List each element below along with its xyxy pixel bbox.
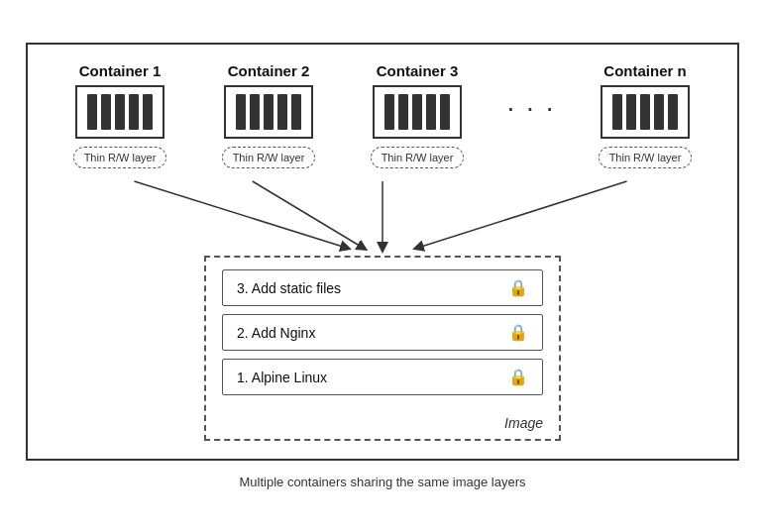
container-n-box — [601, 85, 690, 139]
container-col-1: Container 1 Thin R/W layer — [55, 62, 184, 168]
diagram-wrapper: Container 1 Thin R/W layer Container 2 — [26, 43, 739, 489]
rw-layer-n: Thin R/W layer — [599, 147, 693, 168]
stripe — [115, 94, 125, 130]
stripe — [426, 94, 436, 130]
layer-row-2: 2. Add Nginx 🔒 — [222, 314, 543, 351]
stripe — [440, 94, 450, 130]
stripe — [264, 94, 273, 130]
stripe — [291, 94, 301, 130]
lock-icon-3: 🔒 — [508, 278, 528, 297]
image-dashed-box: 3. Add static files 🔒 2. Add Nginx 🔒 1. … — [204, 256, 561, 441]
container-2-label: Container 2 — [228, 62, 310, 79]
stripe — [612, 94, 622, 130]
stripe — [668, 94, 678, 130]
stripe — [398, 94, 408, 130]
container-3-label: Container 3 — [377, 62, 459, 79]
container-col-3: Container 3 Thin R/W layer — [353, 62, 482, 168]
container-1-label: Container 1 — [79, 62, 162, 79]
image-label: Image — [504, 415, 543, 431]
stripe — [101, 94, 111, 130]
rw-layer-3: Thin R/W layer — [371, 147, 465, 168]
svg-line-0 — [134, 181, 346, 248]
layer-1-text: 1. Alpine Linux — [237, 370, 327, 385]
svg-line-1 — [253, 181, 363, 248]
layer-2-text: 2. Add Nginx — [237, 325, 315, 341]
layer-row-3: 3. Add static files 🔒 — [222, 269, 543, 306]
lock-icon-1: 🔒 — [508, 368, 528, 386]
arrow-area — [46, 176, 719, 256]
container-1-box — [75, 85, 164, 139]
container-col-2: Container 2 Thin R/W layer — [204, 62, 333, 168]
stripe — [250, 94, 260, 130]
stripe — [236, 94, 246, 130]
stripe — [640, 94, 650, 130]
layer-3-text: 3. Add static files — [237, 280, 341, 296]
caption: Multiple containers sharing the same ima… — [239, 475, 525, 489]
layer-row-1: 1. Alpine Linux 🔒 — [222, 359, 543, 395]
rw-layer-1: Thin R/W layer — [73, 147, 167, 168]
outer-box: Container 1 Thin R/W layer Container 2 — [26, 43, 739, 461]
arrows-svg — [46, 176, 719, 256]
containers-row: Container 1 Thin R/W layer Container 2 — [46, 62, 719, 168]
container-col-n: Container n Thin R/W layer — [581, 62, 710, 168]
ellipsis: · · · — [501, 62, 561, 124]
stripe — [412, 94, 422, 130]
stripe — [277, 94, 287, 130]
container-n-label: Container n — [603, 62, 686, 79]
container-2-box — [224, 85, 313, 139]
lock-icon-2: 🔒 — [508, 323, 528, 342]
rw-layer-2: Thin R/W layer — [222, 147, 316, 168]
container-3-box — [373, 85, 462, 139]
stripe — [384, 94, 394, 130]
stripe — [129, 94, 139, 130]
stripe — [143, 94, 153, 130]
stripe — [654, 94, 664, 130]
stripe — [87, 94, 97, 130]
svg-line-3 — [418, 181, 627, 248]
stripe — [626, 94, 636, 130]
